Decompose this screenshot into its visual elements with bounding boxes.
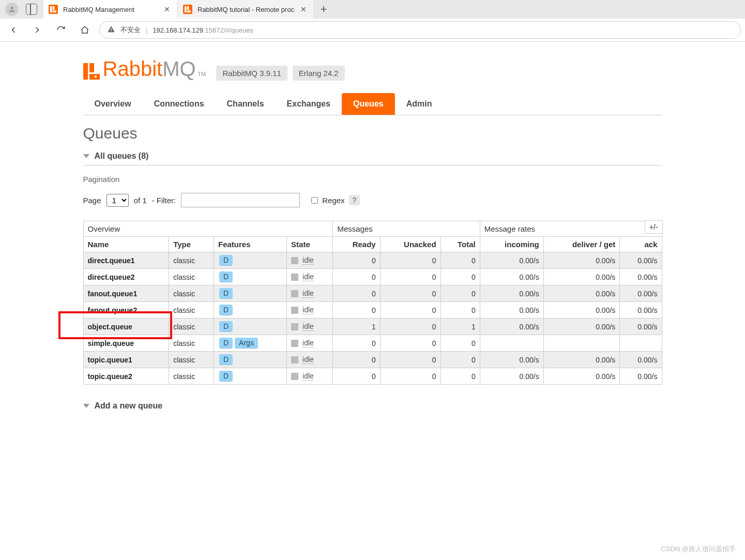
queue-deliver: 0.00/s: [543, 319, 620, 335]
col-ready[interactable]: Ready: [333, 237, 380, 252]
reload-button[interactable]: [52, 21, 70, 39]
queue-name[interactable]: direct.queue2: [83, 269, 169, 285]
queue-ack: [620, 335, 662, 352]
col-incoming[interactable]: incoming: [480, 237, 543, 252]
queue-total: 1: [440, 319, 480, 335]
profile-avatar[interactable]: [5, 3, 19, 16]
nav-tab-connections[interactable]: Connections: [143, 93, 216, 115]
back-button[interactable]: [4, 21, 23, 39]
queue-features: D: [214, 269, 286, 285]
queue-unacked: 0: [380, 319, 440, 335]
feature-pill: D: [219, 338, 233, 349]
queue-deliver: 0.00/s: [543, 252, 620, 269]
queue-name[interactable]: topic.queue1: [83, 352, 169, 368]
queue-type: classic: [169, 285, 214, 302]
regex-checkbox[interactable]: [311, 197, 318, 204]
panels-icon[interactable]: [26, 4, 37, 15]
queue-state: idle: [287, 335, 333, 352]
col-ack[interactable]: ack: [620, 237, 662, 252]
queue-deliver: 0.00/s: [543, 352, 620, 368]
queue-name[interactable]: fanout.queue1: [83, 285, 169, 302]
col-state[interactable]: State: [287, 237, 333, 252]
queue-unacked: 0: [380, 368, 440, 385]
queue-total: 0: [440, 302, 480, 319]
table-row: simple.queueclassicDArgsidle000: [83, 335, 662, 352]
forward-button[interactable]: [28, 21, 47, 39]
queue-unacked: 0: [380, 335, 440, 352]
svg-rect-9: [83, 63, 88, 80]
svg-rect-3: [53, 10, 56, 12]
state-box-icon: [291, 323, 298, 330]
queue-name[interactable]: object.queue: [83, 319, 169, 335]
state-box-icon: [291, 257, 298, 264]
queue-total: 0: [440, 285, 480, 302]
columns-toggle[interactable]: +/-: [645, 220, 663, 234]
queue-ready: 0: [333, 368, 380, 385]
group-overview: Overview: [83, 221, 333, 237]
queue-ready: 0: [333, 352, 380, 368]
svg-rect-5: [187, 6, 189, 10]
nav-tab-admin[interactable]: Admin: [395, 93, 444, 115]
insecure-label: 不安全: [120, 25, 141, 35]
address-bar[interactable]: 不安全 | 192.168.174.129:15672/#/queues: [99, 21, 741, 39]
col-total[interactable]: Total: [440, 237, 480, 252]
queue-ack: 0.00/s: [620, 285, 662, 302]
queue-name[interactable]: direct.queue1: [83, 252, 169, 269]
col-name[interactable]: Name: [83, 237, 169, 252]
queue-ack: 0.00/s: [620, 319, 662, 335]
queue-unacked: 0: [380, 269, 440, 285]
group-messages: Messages: [333, 221, 480, 237]
feature-pill: D: [219, 271, 233, 282]
queue-incoming: 0.00/s: [480, 352, 543, 368]
state-box-icon: [291, 274, 298, 281]
browser-tab-active[interactable]: RabbitMQ Management ✕: [43, 0, 178, 19]
feature-pill: D: [219, 321, 233, 332]
queue-type: classic: [169, 269, 214, 285]
new-tab-button[interactable]: +: [314, 3, 333, 16]
queue-type: classic: [169, 368, 214, 385]
filter-input[interactable]: [181, 193, 300, 207]
browser-tab[interactable]: RabbitMQ tutorial - Remote proc ✕: [178, 0, 314, 19]
nav-tab-overview[interactable]: Overview: [83, 93, 143, 115]
queue-incoming: [480, 335, 543, 352]
chevron-down-icon: [83, 154, 89, 158]
page-select[interactable]: 1: [107, 194, 129, 207]
state-label: idle: [302, 273, 314, 281]
close-icon[interactable]: ✕: [162, 4, 172, 14]
queue-unacked: 0: [380, 352, 440, 368]
queue-features: D: [214, 319, 286, 335]
queue-incoming: 0.00/s: [480, 285, 543, 302]
filter-label: - Filter:: [152, 196, 176, 205]
queue-ready: 0: [333, 269, 380, 285]
section-add-queue[interactable]: Add a new queue: [83, 397, 662, 415]
queue-name[interactable]: topic.queue2: [83, 368, 169, 385]
queue-total: 0: [440, 269, 480, 285]
nav-tab-exchanges[interactable]: Exchanges: [276, 93, 342, 115]
nav-tab-channels[interactable]: Channels: [216, 93, 276, 115]
nav-tab-queues[interactable]: Queues: [342, 93, 395, 115]
col-features[interactable]: Features: [214, 237, 286, 252]
feature-pill: D: [219, 305, 233, 315]
queue-total: 0: [440, 252, 480, 269]
queue-state: idle: [287, 269, 333, 285]
home-button[interactable]: [75, 21, 94, 39]
queue-type: classic: [169, 302, 214, 319]
queue-type: classic: [169, 352, 214, 368]
section-all-queues[interactable]: All queues (8): [83, 147, 662, 165]
col-unacked[interactable]: Unacked: [380, 237, 440, 252]
queue-features: D: [214, 352, 286, 368]
queue-total: 0: [440, 368, 480, 385]
svg-point-0: [10, 7, 13, 9]
table-row: fanout.queue1classicDidle0000.00/s0.00/s…: [83, 285, 662, 302]
queue-total: 0: [440, 335, 480, 352]
queue-name[interactable]: simple.queue: [83, 335, 169, 352]
queue-deliver: [543, 335, 620, 352]
browser-tab-title: RabbitMQ tutorial - Remote proc: [197, 6, 294, 13]
rabbitmq-favicon: [183, 5, 192, 14]
col-type[interactable]: Type: [169, 237, 214, 252]
col-deliver-get[interactable]: deliver / get: [543, 237, 620, 252]
state-label: idle: [302, 339, 314, 347]
regex-help[interactable]: ?: [349, 195, 360, 205]
close-icon[interactable]: ✕: [298, 4, 309, 14]
queue-name[interactable]: fanout.queue2: [83, 302, 169, 319]
